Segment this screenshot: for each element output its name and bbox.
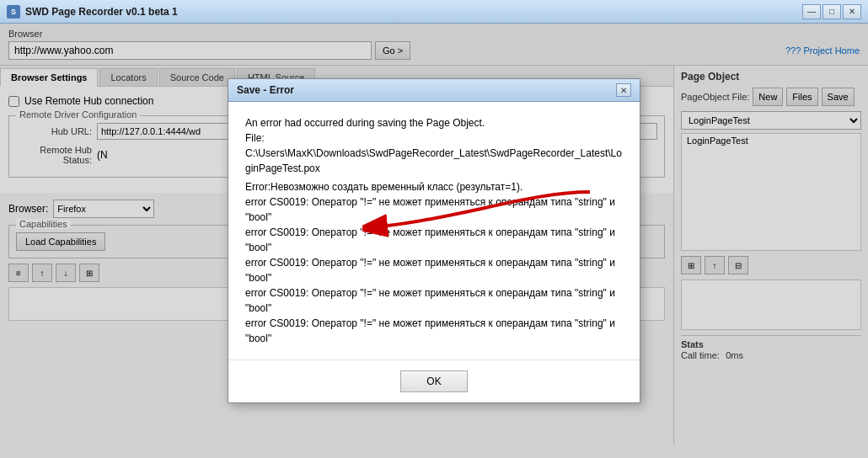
- modal-overlay: Save - Error ✕ An error had occurred dur…: [0, 24, 868, 458]
- error-detail-3: error CS0019: Оператор "!=" не может при…: [245, 255, 623, 285]
- error-detail-4: error CS0019: Оператор "!=" не может при…: [245, 285, 623, 316]
- error-message-line4: Error:Невозможно создать временный класс…: [245, 179, 623, 194]
- minimize-button[interactable]: —: [802, 4, 821, 19]
- error-detail-2: error CS0019: Оператор "!=" не может при…: [245, 225, 623, 255]
- error-detail-5: error CS0019: Оператор "!=" не может при…: [245, 316, 623, 346]
- app-icon: S: [7, 5, 20, 19]
- modal-title-bar: Save - Error ✕: [228, 79, 640, 102]
- window-controls: — □ ✕: [802, 4, 861, 19]
- modal-title: Save - Error: [237, 84, 294, 96]
- save-error-dialog: Save - Error ✕ An error had occurred dur…: [228, 78, 640, 403]
- modal-close-button[interactable]: ✕: [616, 83, 631, 97]
- modal-footer: OK: [228, 359, 640, 402]
- maximize-button[interactable]: □: [822, 4, 841, 19]
- title-bar-left: S SWD Page Recorder v0.1 beta 1: [7, 5, 178, 19]
- close-button[interactable]: ✕: [843, 4, 861, 19]
- modal-content: An error had occurred during saving the …: [228, 102, 640, 359]
- error-message-line3: C:\Users\MaxK\Downloads\SwdPageRecorder_…: [245, 146, 623, 176]
- main-window: Browser Go > ??? Project Home Browser Se…: [0, 24, 868, 458]
- ok-button[interactable]: OK: [400, 370, 468, 392]
- app-title: SWD Page Recorder v0.1 beta 1: [25, 6, 178, 18]
- title-bar: S SWD Page Recorder v0.1 beta 1 — □ ✕: [0, 0, 868, 24]
- error-message-line2: File:: [245, 130, 623, 146]
- error-message-line1: An error had occurred during saving the …: [245, 115, 623, 130]
- error-detail-1: error CS0019: Оператор "!=" не может при…: [245, 194, 623, 225]
